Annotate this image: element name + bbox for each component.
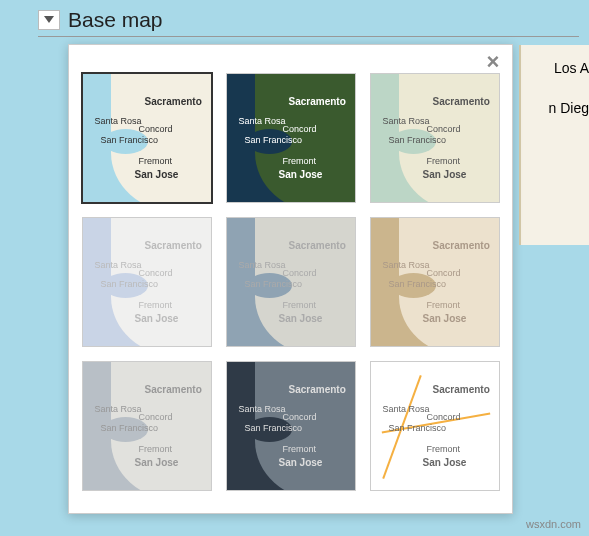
thumb-lbl-sanjose: San Jose	[279, 457, 323, 468]
bg-label-la: Los A	[554, 60, 589, 76]
thumb-lbl-santarosa: Santa Rosa	[383, 116, 430, 126]
style-thumb-retro[interactable]: SacramentoSanta RosaConcordSan Francisco…	[370, 217, 500, 347]
thumb-lbl-sanfran: San Francisco	[245, 136, 303, 145]
dropdown-toggle[interactable]	[38, 10, 60, 30]
thumb-lbl-concord: Concord	[427, 268, 461, 278]
thumb-lbl-sacramento: Sacramento	[289, 96, 346, 107]
thumb-lbl-santarosa: Santa Rosa	[239, 260, 286, 270]
thumb-lbl-sacramento: Sacramento	[145, 240, 202, 251]
thumb-lbl-santarosa: Santa Rosa	[383, 404, 430, 414]
thumb-lbl-sanjose: San Jose	[135, 169, 179, 180]
style-grid: SacramentoSanta RosaConcordSan Francisco…	[81, 73, 500, 491]
style-thumb-gray[interactable]: SacramentoSanta RosaConcordSan Francisco…	[82, 361, 212, 491]
thumb-lbl-concord: Concord	[427, 412, 461, 422]
thumb-lbl-fremont: Fremont	[283, 444, 317, 454]
watermark: wsxdn.com	[526, 518, 581, 530]
style-thumb-default[interactable]: SacramentoSanta RosaConcordSan Francisco…	[82, 73, 212, 203]
thumb-lbl-fremont: Fremont	[283, 156, 317, 166]
thumb-lbl-sanjose: San Jose	[423, 457, 467, 468]
style-thumb-light[interactable]: SacramentoSanta RosaConcordSan Francisco…	[82, 217, 212, 347]
style-thumb-silver[interactable]: SacramentoSanta RosaConcordSan Francisco…	[226, 217, 356, 347]
thumb-lbl-fremont: Fremont	[427, 156, 461, 166]
thumb-lbl-santarosa: Santa Rosa	[95, 116, 142, 126]
basemap-panel: × SacramentoSanta RosaConcordSan Francis…	[68, 44, 513, 514]
header: Base map	[38, 8, 579, 37]
thumb-lbl-sacramento: Sacramento	[433, 240, 490, 251]
thumb-lbl-fremont: Fremont	[139, 300, 173, 310]
thumb-lbl-fremont: Fremont	[427, 300, 461, 310]
thumb-lbl-concord: Concord	[283, 268, 317, 278]
thumb-lbl-santarosa: Santa Rosa	[383, 260, 430, 270]
thumb-lbl-sacramento: Sacramento	[289, 384, 346, 395]
thumb-lbl-concord: Concord	[427, 124, 461, 134]
panel-title: Base map	[68, 8, 163, 32]
style-thumb-satellite[interactable]: SacramentoSanta RosaConcordSan Francisco…	[226, 73, 356, 203]
thumb-lbl-sanfran: San Francisco	[245, 280, 303, 289]
thumb-lbl-concord: Concord	[283, 124, 317, 134]
thumb-lbl-sanjose: San Jose	[423, 169, 467, 180]
thumb-lbl-sanfran: San Francisco	[101, 136, 159, 145]
thumb-lbl-sacramento: Sacramento	[433, 96, 490, 107]
thumb-lbl-sacramento: Sacramento	[145, 96, 202, 107]
chevron-down-icon	[44, 16, 54, 24]
thumb-lbl-fremont: Fremont	[139, 156, 173, 166]
thumb-lbl-sanjose: San Jose	[279, 169, 323, 180]
thumb-lbl-sacramento: Sacramento	[433, 384, 490, 395]
thumb-lbl-santarosa: Santa Rosa	[95, 404, 142, 414]
thumb-lbl-sanjose: San Jose	[135, 457, 179, 468]
thumb-lbl-sanjose: San Jose	[135, 313, 179, 324]
thumb-lbl-concord: Concord	[139, 268, 173, 278]
thumb-lbl-sanfran: San Francisco	[101, 424, 159, 433]
thumb-lbl-concord: Concord	[139, 412, 173, 422]
bg-label-sd: n Dieg	[549, 100, 589, 116]
thumb-lbl-sanfran: San Francisco	[389, 136, 447, 145]
thumb-lbl-sanfran: San Francisco	[101, 280, 159, 289]
thumb-lbl-sanfran: San Francisco	[389, 424, 447, 433]
thumb-lbl-santarosa: Santa Rosa	[239, 404, 286, 414]
thumb-lbl-santarosa: Santa Rosa	[95, 260, 142, 270]
close-icon: ×	[487, 49, 500, 75]
thumb-lbl-concord: Concord	[139, 124, 173, 134]
style-thumb-dark[interactable]: SacramentoSanta RosaConcordSan Francisco…	[226, 361, 356, 491]
thumb-lbl-fremont: Fremont	[427, 444, 461, 454]
style-thumb-roads[interactable]: SacramentoSanta RosaConcordSan Francisco…	[370, 361, 500, 491]
style-thumb-terrain[interactable]: SacramentoSanta RosaConcordSan Francisco…	[370, 73, 500, 203]
thumb-lbl-sanfran: San Francisco	[389, 280, 447, 289]
thumb-lbl-sanjose: San Jose	[279, 313, 323, 324]
thumb-lbl-sacramento: Sacramento	[145, 384, 202, 395]
thumb-lbl-concord: Concord	[283, 412, 317, 422]
thumb-lbl-sacramento: Sacramento	[289, 240, 346, 251]
close-button[interactable]: ×	[482, 51, 504, 73]
thumb-lbl-fremont: Fremont	[139, 444, 173, 454]
thumb-lbl-fremont: Fremont	[283, 300, 317, 310]
thumb-lbl-sanjose: San Jose	[423, 313, 467, 324]
thumb-lbl-sanfran: San Francisco	[245, 424, 303, 433]
thumb-lbl-santarosa: Santa Rosa	[239, 116, 286, 126]
